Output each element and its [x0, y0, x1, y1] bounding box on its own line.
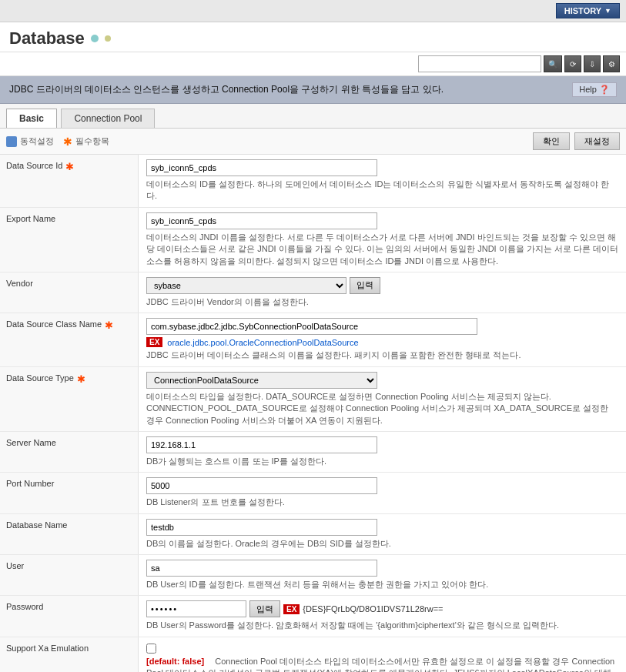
label-text: Data Source Class Name: [6, 319, 102, 329]
label-text: Data Source Type: [6, 373, 74, 383]
form-row-datasource-id: Data Source Id ✱ 데이터소스의 ID를 설정한다. 하나의 도메…: [0, 155, 626, 208]
vendor-select[interactable]: sybase: [146, 277, 346, 294]
required-icon: ✱: [105, 319, 113, 331]
dynamic-label: 동적설정: [20, 135, 54, 147]
content-class-name: EX oracle.jdbc.pool.OracleConnectionPool…: [139, 313, 626, 366]
label-text: Support Xa Emulation: [6, 644, 89, 653]
enc-value: {DES}FQrLbQ/D8O1IDVS71L28rw==: [303, 604, 443, 613]
content-type: ConnectionPoolDataSource DATA_SOURCE XA_…: [139, 367, 626, 431]
content-vendor: sybase 입력 JDBC 드라이버 Vendor의 이름을 설정한다.: [139, 272, 626, 313]
confirm-button[interactable]: 확인: [533, 132, 570, 150]
reset-button[interactable]: 재설정: [574, 132, 620, 150]
label-text: Password: [6, 602, 43, 611]
label-text: Database Name: [6, 520, 68, 530]
class-name-example: oracle.jdbc.pool.OracleConnectionPoolDat…: [167, 338, 358, 347]
form-row-password: Password 입력 EX {DES}FQrLbQ/D8O1IDVS71L28…: [0, 596, 626, 637]
settings-icon-btn[interactable]: ⚙: [603, 55, 620, 72]
tabs-bar: Basic Connection Pool: [0, 104, 626, 129]
toolbar-left: 동적설정 ✱ 필수항목: [6, 135, 109, 148]
label-xa-emulation: Support Xa Emulation: [0, 637, 139, 672]
toolbar-right: 확인 재설정: [533, 132, 620, 150]
label-type: Data Source Type ✱: [0, 367, 139, 431]
user-desc: DB User의 ID를 설정한다. 트랜잭션 처리 등을 위해서는 충분한 권…: [146, 579, 618, 590]
toolbar: 동적설정 ✱ 필수항목 확인 재설정: [0, 129, 626, 155]
description-text: JDBC 드라이버의 데이터소스 인스턴스를 생성하고 Connection P…: [9, 83, 444, 96]
class-name-example-row: EX oracle.jdbc.pool.OracleConnectionPool…: [146, 337, 618, 347]
label-vendor: Vendor: [0, 272, 139, 313]
database-name-desc: DB의 이름을 설정한다. Oracle의 경우에는 DB의 SID를 설정한다…: [146, 538, 618, 550]
history-button[interactable]: HISTORY ▼: [556, 3, 620, 18]
history-label: HISTORY: [564, 6, 601, 15]
label-port-number: Port Number: [0, 473, 139, 513]
form-row-user: User DB User의 ID를 설정한다. 트랜잭션 처리 등을 위해서는 …: [0, 555, 626, 596]
form-row-port-number: Port Number DB Listener의 포트 번호를 설정한다.: [0, 473, 626, 513]
class-name-input[interactable]: [146, 318, 477, 335]
label-user: User: [0, 555, 139, 595]
server-name-input[interactable]: [146, 436, 377, 453]
label-password: Password: [0, 596, 139, 636]
content-datasource-id: 데이터소스의 ID를 설정한다. 하나의 도메인에서 데이터소스 ID는 데이터…: [139, 155, 626, 207]
enc-badge: EX: [283, 604, 300, 614]
main-content: Data Source Id ✱ 데이터소스의 ID를 설정한다. 하나의 도메…: [0, 155, 626, 672]
database-name-input[interactable]: [146, 519, 377, 536]
help-button[interactable]: Help ❓: [572, 82, 617, 97]
content-database-name: DB의 이름을 설정한다. Oracle의 경우에는 DB의 SID를 설정한다…: [139, 514, 626, 554]
label-class-name: Data Source Class Name ✱: [0, 313, 139, 366]
vendor-input-button[interactable]: 입력: [350, 277, 380, 294]
xa-emulation-checkbox[interactable]: [146, 644, 156, 654]
label-text: Export Name: [6, 214, 55, 223]
xa-default-text: [default: false]: [146, 657, 204, 666]
form-row-xa-emulation: Support Xa Emulation [default: false] Co…: [0, 637, 626, 672]
form-row-server-name: Server Name DB가 실행되는 호스트 이름 또는 IP를 설정한다.: [0, 432, 626, 473]
label-text: Server Name: [6, 438, 56, 447]
dynamic-setting-item[interactable]: 동적설정: [6, 135, 54, 147]
port-number-input[interactable]: [146, 477, 377, 494]
form-row-export-name: Export Name 데이터소스의 JNDI 이름을 설정한다. 서로 다른 …: [0, 208, 626, 272]
refresh-icon-btn[interactable]: ⟳: [564, 55, 581, 72]
label-export-name: Export Name: [0, 208, 139, 272]
password-input-button[interactable]: 입력: [249, 600, 280, 617]
required-icon: ✱: [77, 373, 85, 385]
user-input[interactable]: [146, 560, 377, 577]
password-input[interactable]: [146, 600, 246, 617]
vendor-desc: JDBC 드라이버 Vendor의 이름을 설정한다.: [146, 296, 618, 308]
label-text: Port Number: [6, 479, 54, 488]
xa-checkbox-row: [146, 642, 618, 654]
search-input[interactable]: [418, 55, 541, 72]
form-row-type: Data Source Type ✱ ConnectionPoolDataSou…: [0, 367, 626, 432]
ex-badge: EX: [146, 337, 162, 347]
tab-basic-label[interactable]: Basic: [6, 109, 57, 128]
required-star-icon: ✱: [63, 135, 72, 148]
type-desc: 데이터소스의 타입을 설정한다. DATA_SOURCE로 설정하면 Conne…: [146, 391, 618, 426]
label-text: Data Source Id: [6, 161, 62, 170]
form-row-class-name: Data Source Class Name ✱ EX oracle.jdbc.…: [0, 313, 626, 366]
dynamic-icon: [6, 136, 17, 147]
class-name-desc: JDBC 드라이버 데이터소스 클래스의 이름을 설정한다. 패키지 이름을 포…: [146, 349, 618, 361]
xa-emulation-desc: [default: false] Connection Pool 데이터소스 타…: [146, 656, 618, 672]
datasource-id-input[interactable]: [146, 159, 377, 176]
export-name-desc: 데이터소스의 JNDI 이름을 설정한다. 서로 다른 두 데이터소스가 서로 …: [146, 232, 618, 267]
help-icon: ❓: [599, 85, 610, 94]
content-xa-emulation: [default: false] Connection Pool 데이터소스 타…: [139, 637, 626, 672]
content-user: DB User의 ID를 설정한다. 트랜잭션 처리 등을 위해서는 충분한 권…: [139, 555, 626, 595]
label-text: User: [6, 561, 24, 570]
type-select[interactable]: ConnectionPoolDataSource DATA_SOURCE XA_…: [146, 372, 377, 389]
page-title: Database: [9, 28, 85, 48]
export-name-input[interactable]: [146, 212, 377, 229]
label-text: Vendor: [6, 279, 33, 288]
content-port-number: DB Listener의 포트 번호를 설정한다.: [139, 473, 626, 513]
help-label: Help: [579, 85, 597, 94]
label-datasource-id: Data Source Id ✱: [0, 155, 139, 207]
content-password: 입력 EX {DES}FQrLbQ/D8O1IDVS71L28rw== DB U…: [139, 596, 626, 636]
required-icon: ✱: [65, 161, 74, 172]
export-icon-btn[interactable]: ⇩: [584, 55, 601, 72]
tab-connection-pool[interactable]: Connection Pool: [61, 109, 155, 128]
label-server-name: Server Name: [0, 432, 139, 472]
password-desc: DB User의 Password를 설정한다. 암호화해서 저장할 때에는 '…: [146, 620, 618, 631]
chevron-down-icon: ▼: [604, 7, 611, 15]
search-icon-btn[interactable]: 🔍: [544, 55, 562, 72]
server-name-desc: DB가 실행되는 호스트 이름 또는 IP를 설정한다.: [146, 456, 618, 467]
password-row: 입력 EX {DES}FQrLbQ/D8O1IDVS71L28rw==: [146, 600, 618, 617]
datasource-id-desc: 데이터소스의 ID를 설정한다. 하나의 도메인에서 데이터소스 ID는 데이터…: [146, 179, 618, 202]
content-export-name: 데이터소스의 JNDI 이름을 설정한다. 서로 다른 두 데이터소스가 서로 …: [139, 208, 626, 272]
